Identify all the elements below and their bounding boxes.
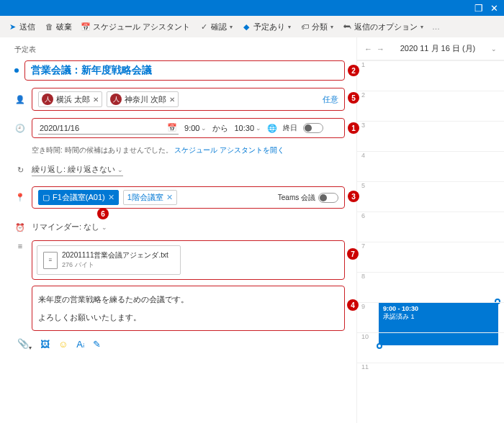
- location-name: F1会議室(A01): [53, 192, 105, 203]
- ink-icon[interactable]: ✎: [93, 339, 101, 350]
- body-icon: ≡: [14, 240, 26, 252]
- hour-line: 2: [357, 91, 504, 99]
- prev-day-icon[interactable]: ←: [364, 45, 372, 53]
- event-title: 営業会議：新年度戦略会議: [31, 64, 152, 77]
- attendees-field[interactable]: 人 横浜 太郎 ✕ 人 神奈川 次郎 ✕ 任意: [32, 88, 345, 111]
- status-button[interactable]: ◆予定あり▾: [241, 22, 291, 32]
- attachment-chip[interactable]: ≡ 20201111営業会議アジェンダ.txt 276 バイト: [37, 245, 181, 275]
- callout-4: 4: [347, 299, 359, 311]
- hour-line: 10: [357, 332, 504, 340]
- date-input[interactable]: 2020/11/16 📅: [38, 122, 179, 135]
- teams-toggle[interactable]: [318, 193, 338, 203]
- hour-line: 8: [357, 272, 504, 280]
- open-scheduling-link[interactable]: スケジュール アシスタントを開く: [174, 146, 284, 154]
- confirm-button[interactable]: ✓確認▾: [199, 22, 233, 32]
- location-field[interactable]: ▢ F1会議室(A01) ✕ 1階会議室 ✕ Teams 会議: [32, 186, 345, 209]
- location-icon: 📍: [14, 192, 26, 204]
- attendee-chip[interactable]: 人 横浜 太郎 ✕: [38, 91, 102, 107]
- day-timeline[interactable]: 9:00 - 10:30 承諾済み 1 1234567891011: [357, 60, 504, 423]
- freetime-hint: 空き時間: 時間の候補はありませんでした。 スケジュール アシスタントを開く: [32, 145, 345, 155]
- restore-icon[interactable]: ❐: [474, 3, 483, 14]
- remove-attendee-icon[interactable]: ✕: [169, 96, 175, 104]
- attendee-chip[interactable]: 人 神奈川 次郎 ✕: [107, 91, 179, 107]
- expand-icon[interactable]: ⌄: [491, 45, 497, 53]
- event-title-field[interactable]: 営業会議：新年度戦略会議: [24, 60, 345, 81]
- datetime-field: 2020/11/16 📅 9:00⌄ から 10:30⌄ 🌐 終日: [32, 118, 345, 138]
- discard-button[interactable]: 🗑破棄: [44, 22, 72, 32]
- next-day-icon[interactable]: →: [377, 45, 384, 53]
- calendar-icon[interactable]: 📅: [167, 123, 177, 132]
- emoji-icon[interactable]: ☺: [58, 339, 68, 350]
- avatar-icon: 人: [110, 94, 122, 105]
- reminder-icon: ⏰: [14, 222, 26, 233]
- callout-3: 3: [348, 191, 359, 202]
- scheduling-assistant-button[interactable]: 📅スケジュール アシスタント: [81, 22, 190, 32]
- avatar-icon: 人: [42, 94, 53, 105]
- hour-line: 7: [357, 242, 504, 250]
- teams-label: Teams 会議: [278, 193, 315, 203]
- remove-attendee-icon[interactable]: ✕: [93, 96, 99, 104]
- meeting-status: 承諾済み 1: [383, 312, 494, 322]
- attachment-size: 276 バイト: [62, 260, 168, 270]
- mini-date-nav: ← → 2020 11 月 16 日 (月) ⌄: [357, 37, 504, 60]
- hour-line: 4: [357, 151, 504, 159]
- end-time-select[interactable]: 10:30⌄: [234, 124, 261, 133]
- date-value: 2020/11/16: [40, 124, 79, 132]
- attendee-name: 神奈川 次郎: [125, 94, 166, 105]
- body-textarea[interactable]: 来年度の営業戦略を練るための会議です。 よろしくお願いいたします。 4: [32, 286, 345, 331]
- hour-line: 5: [357, 181, 504, 189]
- attendee-name: 横浜 太郎: [56, 94, 90, 105]
- to-label: から: [212, 123, 228, 134]
- room-icon: ▢: [42, 193, 50, 202]
- attach-icon[interactable]: 📎▾: [17, 338, 32, 351]
- callout-1: 1: [348, 122, 359, 134]
- attachment-area: ≡ 20201111営業会議アジェンダ.txt 276 バイト 7: [32, 240, 345, 280]
- close-icon[interactable]: ✕: [490, 3, 498, 14]
- callout-2: 2: [348, 65, 359, 76]
- people-icon: 👤: [14, 94, 26, 105]
- window-titlebar: ❐ ✕: [0, 0, 504, 16]
- callout-5: 5: [348, 92, 359, 104]
- callout-7: 7: [347, 248, 359, 260]
- hour-line: 9: [357, 302, 504, 310]
- attachment-name: 20201111営業会議アジェンダ.txt: [62, 250, 168, 260]
- bullet-icon: [14, 68, 19, 73]
- image-icon[interactable]: 🖼: [40, 339, 50, 350]
- optional-attendees-link[interactable]: 任意: [323, 94, 338, 105]
- hour-line: 1: [357, 60, 504, 68]
- location-chip[interactable]: 1階会議室 ✕: [123, 190, 177, 205]
- remove-location-icon[interactable]: ✕: [166, 193, 173, 202]
- command-toolbar: ➤送信 🗑破棄 📅スケジュール アシスタント ✓確認▾ ◆予定あり▾ 🏷分類▾ …: [0, 16, 504, 37]
- send-button[interactable]: ➤送信: [7, 22, 35, 32]
- format-icon[interactable]: Aᵢ: [76, 339, 84, 350]
- allday-label: 終日: [283, 123, 297, 133]
- allday-toggle[interactable]: [303, 123, 323, 133]
- location-name: 1階会議室: [127, 192, 163, 203]
- breadcrumb: 予定表: [14, 45, 345, 55]
- category-button[interactable]: 🏷分類▾: [300, 22, 333, 32]
- more-button[interactable]: …: [432, 22, 440, 31]
- hour-line: 3: [357, 121, 504, 129]
- recurrence-icon: ↻: [14, 165, 26, 176]
- body-line: 来年度の営業戦略を練るための会議です。: [38, 291, 338, 309]
- recurrence-select[interactable]: 繰り返し: 繰り返さない ⌄: [32, 164, 123, 176]
- callout-6: 6: [97, 208, 109, 219]
- mini-date-label: 2020 11 月 16 日 (月): [400, 43, 476, 54]
- location-chip[interactable]: ▢ F1会議室(A01) ✕: [38, 190, 119, 205]
- clock-icon: 🕘: [14, 122, 26, 134]
- hour-line: 6: [357, 212, 504, 219]
- hour-line: 11: [357, 363, 504, 370]
- file-icon: ≡: [43, 252, 58, 269]
- reply-options-button[interactable]: ⮪返信のオプション▾: [342, 22, 423, 32]
- timezone-icon[interactable]: 🌐: [267, 124, 277, 133]
- body-line: よろしくお願いいたします。: [38, 309, 338, 327]
- remove-location-icon[interactable]: ✕: [108, 193, 114, 202]
- resize-handle-icon[interactable]: [377, 343, 382, 349]
- start-time-select[interactable]: 9:00⌄: [184, 124, 207, 133]
- reminder-select[interactable]: リマインダー: なし ⌄: [32, 222, 107, 233]
- editor-toolbar: 📎▾ 🖼 ☺ Aᵢ ✎: [14, 338, 345, 351]
